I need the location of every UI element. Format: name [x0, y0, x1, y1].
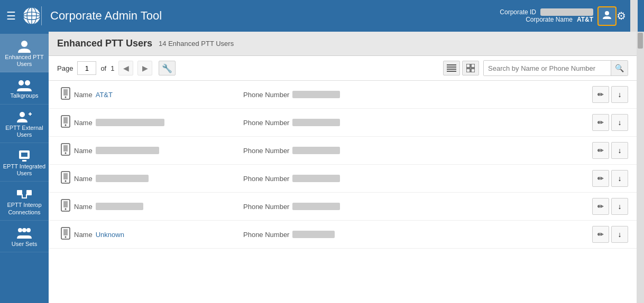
table-row: Name Phone Number ✏ ↓ [49, 193, 637, 221]
svg-point-34 [65, 96, 67, 98]
download-button[interactable]: ↓ [611, 226, 628, 243]
user-sets-icon [16, 226, 33, 241]
svg-rect-16 [17, 190, 22, 195]
svg-rect-17 [26, 190, 32, 195]
phone-value-blur [292, 119, 340, 126]
eptt-interop-icon [16, 187, 33, 202]
page-title: Enhanced PTT Users [57, 38, 152, 49]
svg-rect-30 [466, 69, 470, 72]
name-label: Name [74, 119, 93, 127]
table-row: Name AT&T Phone Number ✏ ↓ [49, 81, 637, 109]
user-list: Name AT&T Phone Number ✏ ↓ Name [49, 81, 637, 303]
corp-name-label: Corporate Name [526, 16, 573, 23]
svg-rect-33 [63, 89, 68, 96]
device-icon [57, 87, 74, 102]
edit-button[interactable]: ✏ [592, 86, 609, 103]
user-name-section: Name [74, 119, 243, 127]
edit-button[interactable]: ✏ [592, 142, 609, 159]
user-name-blur [96, 203, 143, 210]
main-content: Enhanced PTT Users 14 Enhanced PTT Users… [49, 32, 637, 303]
eptt-interop-label: EPTT Interop Connections [2, 202, 47, 215]
search-container: 🔍 [483, 60, 628, 76]
user-phone-section: Phone Number [243, 91, 592, 99]
table-row: Name Phone Number ✏ ↓ [49, 165, 637, 193]
sidebar-item-talkgroups[interactable]: Talkgroups [0, 72, 49, 104]
page-label: Page [57, 64, 73, 72]
settings-button[interactable]: 🔧 [159, 61, 176, 75]
download-button[interactable]: ↓ [611, 142, 628, 159]
sidebar-item-eptt-interop-connections[interactable]: EPTT Interop Connections [0, 182, 49, 220]
download-button[interactable]: ↓ [611, 114, 628, 131]
sidebar-item-enhanced-ptt-users[interactable]: Enhanced PTT Users [0, 34, 49, 72]
user-name-value[interactable]: Unknown [96, 231, 124, 239]
list-view-icon [447, 64, 456, 72]
talkgroups-label: Talkgroups [10, 92, 38, 99]
phone-value-blur [292, 91, 340, 98]
corp-name-value: AT&T [577, 16, 593, 23]
svg-point-8 [19, 80, 24, 86]
user-profile-button[interactable] [597, 6, 617, 26]
user-phone-section: Phone Number [243, 231, 592, 239]
device-icon [57, 227, 74, 242]
user-actions: ✏ ↓ [592, 170, 628, 187]
user-phone-section: Phone Number [243, 147, 592, 155]
gear-icon[interactable]: ⚙ [617, 10, 626, 22]
svg-point-43 [65, 180, 67, 182]
download-button[interactable]: ↓ [611, 170, 628, 187]
scrollbar[interactable] [637, 32, 644, 303]
svg-rect-15 [22, 160, 26, 162]
download-button[interactable]: ↓ [611, 198, 628, 215]
phone-value-blur [292, 203, 340, 210]
search-button[interactable]: 🔍 [611, 61, 628, 75]
sidebar-item-user-sets[interactable]: User Sets [0, 221, 49, 252]
user-name-blur [96, 119, 164, 126]
user-name-value[interactable]: AT&T [96, 91, 113, 99]
phone-value-blur [292, 175, 340, 182]
next-page-button[interactable]: ▶ [137, 61, 152, 75]
table-row: Name Phone Number ✏ ↓ [49, 109, 637, 137]
edit-button[interactable]: ✏ [592, 114, 609, 131]
download-button[interactable]: ↓ [611, 86, 628, 103]
svg-point-37 [65, 124, 67, 126]
grid-view-button[interactable] [462, 61, 479, 75]
svg-rect-26 [447, 69, 456, 70]
svg-rect-36 [63, 117, 68, 124]
svg-rect-25 [447, 67, 456, 68]
svg-point-46 [65, 208, 67, 210]
name-label: Name [74, 91, 93, 99]
menu-icon[interactable]: ☰ [6, 10, 16, 22]
att-logo [22, 6, 41, 25]
list-view-button[interactable] [443, 61, 460, 75]
svg-point-49 [65, 236, 67, 238]
phone-label: Phone Number [243, 231, 289, 239]
svg-rect-27 [447, 71, 456, 72]
svg-rect-39 [63, 145, 68, 152]
phone-label: Phone Number [243, 91, 289, 99]
user-actions: ✏ ↓ [592, 142, 628, 159]
grid-view-icon [466, 64, 475, 72]
sidebar-item-eptt-integrated-users[interactable]: EPTT Integrated Users [0, 143, 49, 182]
page-number-input[interactable] [77, 61, 96, 75]
svg-rect-14 [21, 153, 27, 157]
layout: Enhanced PTT Users Talkgroups EPTT Exter… [0, 32, 644, 303]
scrollbar-top [630, 0, 638, 32]
svg-point-9 [25, 80, 30, 86]
corp-id-label: Corporate ID [500, 8, 536, 16]
device-icon [57, 143, 74, 158]
table-row: Name Phone Number ✏ ↓ [49, 137, 637, 165]
svg-rect-20 [22, 197, 27, 198]
eptt-external-label: EPTT External Users [2, 125, 47, 138]
edit-button[interactable]: ✏ [592, 170, 609, 187]
name-label: Name [74, 231, 93, 239]
header: ☰ Corporate Admin Tool Corporate ID Corp… [0, 0, 644, 32]
svg-point-10 [20, 112, 25, 117]
enhanced-ptt-users-icon [16, 39, 33, 54]
user-phone-section: Phone Number [243, 203, 592, 211]
search-input[interactable] [484, 61, 611, 75]
edit-button[interactable]: ✏ [592, 198, 609, 215]
sidebar-item-eptt-external-users[interactable]: EPTT External Users [0, 105, 49, 143]
header-title: Corporate Admin Tool [50, 9, 500, 23]
edit-button[interactable]: ✏ [592, 226, 609, 243]
name-label: Name [74, 147, 93, 155]
prev-page-button[interactable]: ◀ [118, 61, 133, 75]
